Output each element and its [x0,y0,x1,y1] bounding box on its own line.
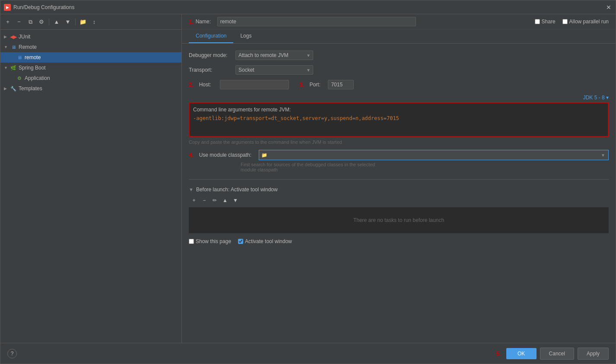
share-option[interactable]: Share [535,19,556,25]
name-input[interactable] [217,17,416,26]
before-launch-toolbar: + − ✏ ▲ ▼ [189,196,609,205]
port-input[interactable] [328,80,354,89]
host-input[interactable] [220,80,289,89]
close-button[interactable]: ✕ [605,4,612,11]
cmd-hint: Copy and paste the arguments to the comm… [189,139,609,145]
toolbar-sep1 [49,19,49,25]
tree-remote[interactable]: ▼ 🖥 Remote [0,42,181,52]
right-panel: 1. Name: Share Allow parallel run Config… [182,14,616,343]
sidebar: + − ⧉ ⚙ ▲ ▼ 📁 ↕ ▶ ◀▶ JUnit [0,14,182,343]
activate-tool-checkbox[interactable] [238,239,243,244]
port-label: Port: [309,82,324,88]
tree-spring-boot-child[interactable]: ⚙ Application [0,73,181,83]
ok-button[interactable]: OK [506,348,537,359]
spring-boot-label: Spring Boot [19,65,46,71]
templates-arrow: ▶ [4,86,10,91]
step4-label: 4. [189,152,194,158]
launch-remove-button[interactable]: − [200,196,209,205]
allow-parallel-label: Allow parallel run [569,19,609,25]
title-bar: ▶ Run/Debug Configurations ✕ [0,0,616,14]
copy-config-button[interactable]: ⧉ [25,17,35,27]
junit-icon: ◀▶ [10,33,17,40]
debugger-mode-select[interactable]: Attach to remote JVM Listen to remote JV… [235,51,313,60]
remote-icon: 🖥 [10,44,17,51]
jdk-version-selector[interactable]: JDK 5 - 8 ▾ [583,95,609,101]
step3-label: 3. [299,81,305,88]
step1-label: 1. [189,18,194,25]
templates-icon: 🔧 [10,85,17,92]
help-button[interactable]: ? [7,349,17,358]
allow-parallel-option[interactable]: Allow parallel run [562,19,609,25]
sort-button[interactable]: ↕ [89,17,99,27]
activate-tool-label: Activate tool window [245,238,292,244]
toolbar-sep2 [75,19,76,25]
jdk-version-row: JDK 5 - 8 ▾ [189,95,609,101]
module-classpath-select[interactable] [259,150,609,160]
activate-tool-option[interactable]: Activate tool window [238,238,292,244]
no-tasks-text: There are no tasks to run before launch [353,217,444,223]
remote-label: Remote [19,44,37,50]
launch-up-button[interactable]: ▲ [221,196,229,205]
debugger-mode-label: Debugger mode: [189,52,232,58]
apply-button[interactable]: Apply [578,348,609,360]
share-checkbox[interactable] [535,19,540,24]
host-label: Host: [199,82,216,88]
config-body: Debugger mode: Attach to remote JVM List… [182,44,616,343]
before-launch-label: Before launch: Activate tool window [196,187,278,193]
folder-button[interactable]: 📁 [78,17,88,27]
tree-templates[interactable]: ▶ 🔧 Templates [0,83,181,94]
footer-right: 5. OK Cancel Apply [496,348,609,360]
command-line-box: Command line arguments for remote JVM: -… [189,102,609,137]
spring-arrow: ▼ [4,66,10,70]
share-label: Share [542,19,556,25]
tree-junit[interactable]: ▶ ◀▶ JUnit [0,32,181,42]
settings-config-button[interactable]: ⚙ [37,17,46,27]
show-page-checkbox[interactable] [189,239,194,244]
step5-label: 5. [496,350,501,357]
cancel-button[interactable]: Cancel [540,348,574,360]
remote-child-label: remote [25,54,41,60]
transport-row: Transport: Socket Shared memory ▼ [189,65,609,75]
tab-configuration[interactable]: Configuration [189,29,233,43]
allow-parallel-checkbox[interactable] [562,19,568,24]
launch-down-button[interactable]: ▼ [231,196,240,205]
remote-arrow: ▼ [4,45,10,49]
transport-select[interactable]: Socket Shared memory [235,65,313,75]
tree-remote-child[interactable]: 🖥 remote [0,52,181,63]
main-content: + − ⧉ ⚙ ▲ ▼ 📁 ↕ ▶ ◀▶ JUnit [0,14,616,343]
top-options-bar: Share Allow parallel run [416,19,609,25]
show-page-option[interactable]: Show this page [189,238,231,244]
config-tabs: Configuration Logs [182,29,616,44]
before-launch-collapse-icon[interactable]: ▼ [189,187,194,192]
section-divider [189,179,609,180]
tab-logs[interactable]: Logs [233,29,258,43]
debugger-mode-row: Debugger mode: Attach to remote JVM List… [189,51,609,60]
remote-child-icon: 🖥 [16,54,23,61]
app-icon: ▶ [4,4,11,11]
transport-label: Transport: [189,67,232,73]
debugger-mode-select-wrapper: Attach to remote JVM Listen to remote JV… [235,51,313,60]
config-tree: ▶ ◀▶ JUnit ▼ 🖥 Remote 🖥 remote [0,30,181,343]
tree-spring-boot[interactable]: ▼ 🌿 Spring Boot [0,63,181,73]
module-classpath-label: Use module classpath: [199,152,255,158]
window-title: Run/Debug Configurations [13,4,605,10]
spring-boot-child-label: Application [25,75,50,81]
add-config-button[interactable]: + [3,17,13,27]
spring-boot-child-icon: ⚙ [16,75,23,82]
junit-label: JUnit [19,34,30,40]
main-window: ▶ Run/Debug Configurations ✕ + − ⧉ ⚙ ▲ ▼… [0,0,616,364]
launch-edit-button[interactable]: ✏ [210,196,219,205]
footer: ? 5. OK Cancel Apply [0,343,616,364]
launch-add-button[interactable]: + [190,196,198,205]
show-page-label: Show this page [196,238,231,244]
move-up-button[interactable]: ▲ [52,17,61,27]
no-tasks-message: There are no tasks to run before launch [189,207,609,233]
transport-select-wrapper: Socket Shared memory ▼ [235,65,313,75]
footer-left: ? [7,349,17,358]
module-hint: First search for sources of the debugged… [241,162,609,172]
remove-config-button[interactable]: − [14,17,24,27]
sidebar-toolbar: + − ⧉ ⚙ ▲ ▼ 📁 ↕ [0,14,181,30]
templates-label: Templates [19,85,42,92]
move-down-button[interactable]: ▼ [63,17,73,27]
module-folder-icon: 📁 [261,152,267,158]
